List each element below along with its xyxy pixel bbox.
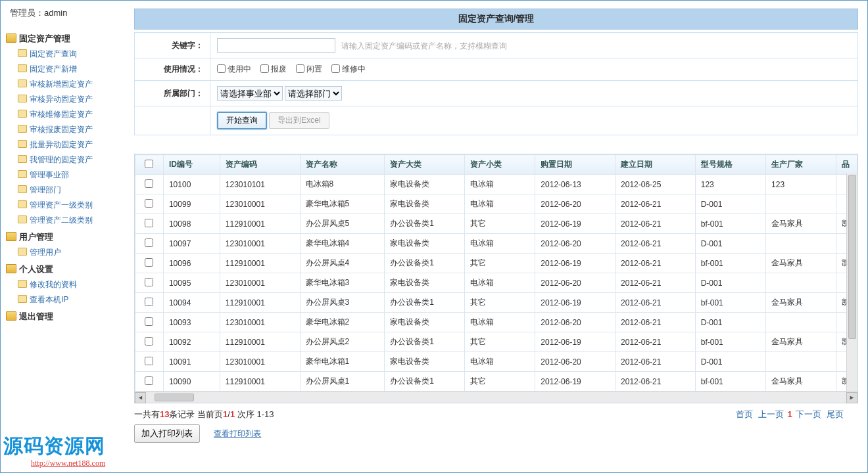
row-checkbox[interactable] xyxy=(145,238,153,247)
column-header[interactable]: ID编号 xyxy=(163,155,220,175)
nav-category[interactable]: 退出管理 xyxy=(6,309,117,325)
table-row[interactable]: 10100123010101电冰箱8家电设备类电冰箱2012-06-132012… xyxy=(135,175,857,194)
table-cell: 办公设备类1 xyxy=(385,372,465,392)
table-cell: 电冰箱 xyxy=(465,313,535,332)
row-checkbox[interactable] xyxy=(145,376,153,385)
page-last-link[interactable]: 尾页 xyxy=(827,409,844,419)
table-row[interactable]: 10090112910001办公屏风桌1办公设备类1其它2012-06-1920… xyxy=(135,372,857,392)
export-excel-button[interactable]: 导出到Excel xyxy=(269,112,329,129)
row-checkbox[interactable] xyxy=(145,298,153,306)
usage-checkbox[interactable] xyxy=(331,64,340,73)
nav-item[interactable]: 批量异动固定资产 xyxy=(30,140,93,149)
table-row[interactable]: 10094112910001办公屏风桌3办公设备类1其它2012-06-1920… xyxy=(135,293,857,313)
table-cell: 112910001 xyxy=(220,214,300,234)
column-header[interactable]: 购置日期 xyxy=(535,155,615,175)
row-checkbox[interactable] xyxy=(145,357,153,365)
table-cell: 123010001 xyxy=(220,313,300,332)
table-cell xyxy=(766,352,836,372)
table-row[interactable]: 10092112910001办公屏风桌2办公设备类1其它2012-06-1920… xyxy=(135,332,857,352)
page-first-link[interactable]: 首页 xyxy=(736,409,753,419)
table-row[interactable]: 10091123010001豪华电冰箱1家电设备类电冰箱2012-06-2020… xyxy=(135,352,857,372)
column-header[interactable]: 资产大类 xyxy=(385,155,465,175)
table-cell xyxy=(766,194,836,214)
page-prev-link[interactable]: 上一页 xyxy=(758,409,784,419)
column-header[interactable]: 品 xyxy=(836,155,857,175)
nav-item[interactable]: 查看本机IP xyxy=(30,295,68,304)
table-row[interactable]: 10098112910001办公屏风桌5办公设备类1其它2012-06-1920… xyxy=(135,214,857,234)
select-all-checkbox[interactable] xyxy=(145,160,153,168)
row-checkbox[interactable] xyxy=(145,199,153,208)
column-header[interactable]: 资产编码 xyxy=(220,155,300,175)
table-row[interactable]: 10096112910001办公屏风桌4办公设备类1其它2012-06-1920… xyxy=(135,254,857,273)
keyword-hint: 请输入固定资产编码或资产名称，支持模糊查询 xyxy=(341,41,507,51)
grid-footer: 一共有13条记录 当前页1/1 次序 1-13 首页 上一页 1 下一页 尾页 xyxy=(134,409,858,420)
hscroll-left-arrow[interactable]: ◄ xyxy=(135,392,146,403)
usage-checkbox[interactable] xyxy=(260,64,269,73)
hscroll-right-arrow[interactable]: ► xyxy=(846,392,857,403)
table-cell: 电冰箱8 xyxy=(300,175,385,194)
column-header[interactable]: 建立日期 xyxy=(615,155,696,175)
nav-item[interactable]: 管理资产二级类别 xyxy=(30,215,93,225)
usage-option[interactable]: 报废 xyxy=(260,64,287,74)
nav-item[interactable]: 固定资产新增 xyxy=(30,64,77,74)
column-header[interactable]: 资产名称 xyxy=(300,155,385,175)
view-print-link[interactable]: 查看打印列表 xyxy=(214,429,261,438)
nav-item[interactable]: 管理部门 xyxy=(30,185,61,194)
nav-item[interactable]: 管理资产一级类别 xyxy=(30,200,93,210)
nav-item[interactable]: 审核维修固定资产 xyxy=(30,110,93,119)
table-cell: 电冰箱 xyxy=(465,194,535,214)
nav-item[interactable]: 审核报废固定资产 xyxy=(30,125,93,134)
table-cell: 123010001 xyxy=(220,352,300,372)
column-header[interactable]: 型号规格 xyxy=(695,155,765,175)
row-checkbox[interactable] xyxy=(145,278,153,286)
row-checkbox[interactable] xyxy=(145,219,153,227)
dept-division-select[interactable]: 请选择事业部 xyxy=(217,86,283,101)
table-cell: 其它 xyxy=(465,214,535,234)
search-button[interactable]: 开始查询 xyxy=(217,112,267,129)
dept-sub-select[interactable]: 请选择部门 xyxy=(285,86,342,101)
page-next-link[interactable]: 下一页 xyxy=(796,409,821,419)
table-row[interactable]: 10097123010001豪华电冰箱4家电设备类电冰箱2012-06-2020… xyxy=(135,234,857,254)
keyword-input[interactable] xyxy=(217,38,335,53)
usage-checkbox[interactable] xyxy=(217,64,226,73)
table-cell: 2012-06-19 xyxy=(535,372,615,392)
row-checkbox[interactable] xyxy=(145,337,153,346)
table-cell: 123010001 xyxy=(220,234,300,254)
table-cell: D-001 xyxy=(695,234,765,254)
row-checkbox[interactable] xyxy=(145,179,153,188)
table-row[interactable]: 10093123010001豪华电冰箱2家电设备类电冰箱2012-06-2020… xyxy=(135,313,857,332)
nav-item[interactable]: 审核新增固定资产 xyxy=(30,79,93,89)
table-cell: 金马家具 xyxy=(766,372,836,392)
table-cell: bf-001 xyxy=(695,293,765,313)
table-cell xyxy=(766,234,836,254)
usage-option[interactable]: 维修中 xyxy=(331,64,366,74)
table-cell: 10090 xyxy=(163,372,220,392)
nav-item[interactable]: 管理用户 xyxy=(30,248,61,257)
nav-item[interactable]: 修改我的资料 xyxy=(30,280,77,289)
usage-checkbox[interactable] xyxy=(296,64,304,73)
grid-vscroll[interactable] xyxy=(846,173,857,403)
row-checkbox[interactable] xyxy=(145,258,153,267)
row-checkbox[interactable] xyxy=(145,317,153,326)
nav-category[interactable]: 个人设置 xyxy=(6,261,117,277)
add-print-button[interactable]: 加入打印列表 xyxy=(134,424,200,443)
nav-item[interactable]: 固定资产查询 xyxy=(30,49,77,58)
nav-item[interactable]: 我管理的固定资产 xyxy=(30,155,93,164)
table-cell: 金马家具 xyxy=(766,254,836,273)
table-cell: 2012-06-21 xyxy=(615,214,696,234)
grid-hscroll[interactable]: ◄ ► xyxy=(135,392,857,403)
nav-category[interactable]: 用户管理 xyxy=(6,229,117,245)
nav-item[interactable]: 管理事业部 xyxy=(30,170,69,179)
table-cell xyxy=(766,313,836,332)
nav-tree: 固定资产管理固定资产查询固定资产新增审核新增固定资产审核异动固定资产审核维修固定… xyxy=(6,31,117,325)
usage-option[interactable]: 使用中 xyxy=(217,64,251,74)
nav-category[interactable]: 固定资产管理 xyxy=(6,31,117,47)
usage-option[interactable]: 闲置 xyxy=(296,64,322,74)
table-row[interactable]: 10095123010001豪华电冰箱3家电设备类电冰箱2012-06-2020… xyxy=(135,273,857,293)
nav-item[interactable]: 审核异动固定资产 xyxy=(30,95,93,104)
watermark-title: 源码资源网 xyxy=(3,433,105,460)
column-header[interactable]: 资产小类 xyxy=(465,155,535,175)
table-row[interactable]: 10099123010001豪华电冰箱5家电设备类电冰箱2012-06-2020… xyxy=(135,194,857,214)
search-form: 关键字： 请输入固定资产编码或资产名称，支持模糊查询 使用情况： 使用中报废闲置… xyxy=(134,32,858,135)
column-header[interactable]: 生产厂家 xyxy=(766,155,836,175)
